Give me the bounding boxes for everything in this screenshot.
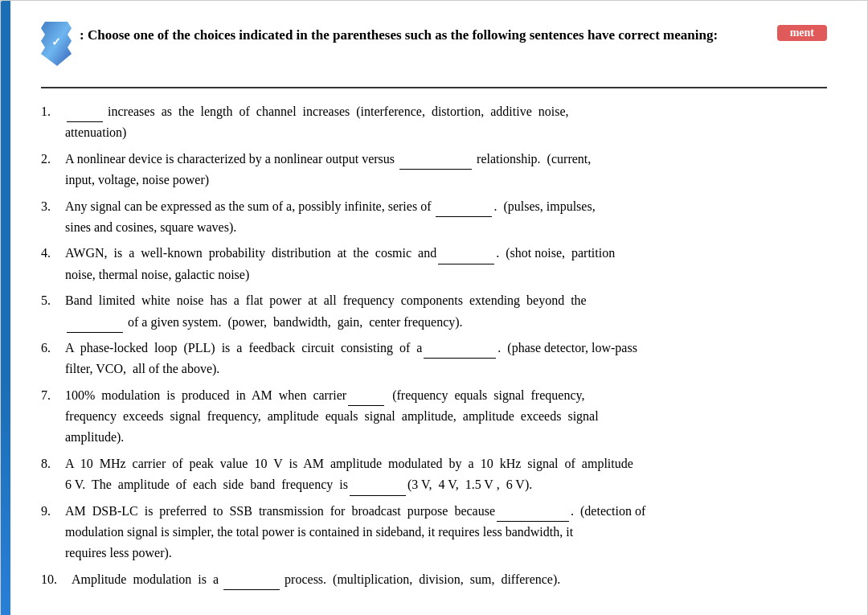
question-9-line: 9. AM DSB-LC is preferred to SSB transmi… (41, 501, 827, 522)
q4-continuation: noise, thermal noise, galactic noise) (41, 264, 827, 285)
question-6-line: 6. A phase-locked loop (PLL) is a feedba… (41, 338, 827, 359)
question-10-line: 10. Amplitude modulation is a process. (… (41, 569, 827, 590)
left-ribbon (1, 1, 10, 615)
q3-number: 3. (41, 196, 65, 217)
q8-blank (350, 495, 406, 496)
q1-number: 1. (41, 101, 65, 122)
header-icon: ✓ (41, 22, 72, 66)
question-4: 4. AWGN, is a well-known probability dis… (41, 243, 827, 285)
q9-continuation2: requires less power). (41, 543, 827, 564)
question-6: 6. A phase-locked loop (PLL) is a feedba… (41, 338, 827, 380)
question-8: 8. A 10 MHz carrier of peak value 10 V i… (41, 453, 827, 496)
q2-blank (399, 169, 472, 170)
q10-blank (223, 589, 280, 590)
header: ✓ : Choose one of the choices indicated … (41, 25, 827, 69)
question-7: 7. 100% modulation is produced in AM whe… (41, 385, 827, 449)
q6-text: A phase-locked loop (PLL) is a feedback … (65, 338, 827, 359)
question-5-line: 5. Band limited white noise has a flat p… (41, 290, 827, 311)
q5-text: Band limited white noise has a flat powe… (65, 290, 827, 311)
question-7-line: 7. 100% modulation is produced in AM whe… (41, 385, 827, 406)
q4-number: 4. (41, 243, 65, 264)
q8-text: A 10 MHz carrier of peak value 10 V is A… (65, 453, 827, 474)
svg-text:✓: ✓ (51, 36, 61, 48)
q9-number: 9. (41, 501, 65, 522)
question-8-line: 8. A 10 MHz carrier of peak value 10 V i… (41, 453, 827, 474)
q1-text: increases as the length of channel incre… (65, 101, 827, 122)
question-1: 1. increases as the length of channel in… (41, 101, 827, 144)
questions-list: 1. increases as the length of channel in… (41, 101, 827, 590)
q4-blank (438, 264, 494, 264)
q10-number: 10. (41, 569, 72, 590)
page: ✓ : Choose one of the choices indicated … (0, 0, 868, 615)
q6-number: 6. (41, 338, 65, 359)
question-3-line: 3. Any signal can be expressed as the su… (41, 196, 827, 217)
header-badge: ment (777, 25, 827, 41)
divider (41, 87, 827, 88)
q2-continuation: input, voltage, noise power) (41, 170, 827, 191)
q7-continuation2: amplitude). (41, 427, 827, 448)
q3-continuation: sines and cosines, square waves). (41, 217, 827, 238)
question-10: 10. Amplitude modulation is a process. (… (41, 569, 827, 590)
q5-blank (67, 332, 123, 333)
q6-blank (424, 358, 496, 359)
q7-number: 7. (41, 385, 65, 406)
question-5: 5. Band limited white noise has a flat p… (41, 290, 827, 333)
q9-continuation: modulation signal is simpler, the total … (41, 522, 827, 543)
q4-text: AWGN, is a well-known probability distri… (65, 243, 827, 264)
question-9: 9. AM DSB-LC is preferred to SSB transmi… (41, 501, 827, 564)
q5-number: 5. (41, 290, 65, 311)
q9-text: AM DSB-LC is preferred to SSB transmissi… (65, 501, 827, 522)
question-2: 2. A nonlinear device is characterized b… (41, 149, 827, 191)
q7-continuation: frequency exceeds signal frequency, ampl… (41, 406, 827, 427)
q8-number: 8. (41, 453, 65, 474)
question-3: 3. Any signal can be expressed as the su… (41, 196, 827, 239)
q2-text: A nonlinear device is characterized by a… (65, 149, 827, 170)
question-1-line: 1. increases as the length of channel in… (41, 101, 827, 122)
q7-text: 100% modulation is produced in AM when c… (65, 385, 827, 406)
q10-text: Amplitude modulation is a process. (mult… (72, 569, 827, 590)
q5-continuation: of a given system. (power, bandwidth, ga… (41, 312, 827, 333)
header-instruction: : Choose one of the choices indicated in… (80, 25, 827, 46)
q1-continuation: attenuation) (41, 122, 827, 143)
q3-blank (436, 216, 492, 217)
q2-number: 2. (41, 149, 65, 170)
q3-text: Any signal can be expressed as the sum o… (65, 196, 827, 217)
q8-continuation: 6 V. The amplitude of each side band fre… (41, 474, 827, 495)
question-2-line: 2. A nonlinear device is characterized b… (41, 149, 827, 170)
question-4-line: 4. AWGN, is a well-known probability dis… (41, 243, 827, 264)
